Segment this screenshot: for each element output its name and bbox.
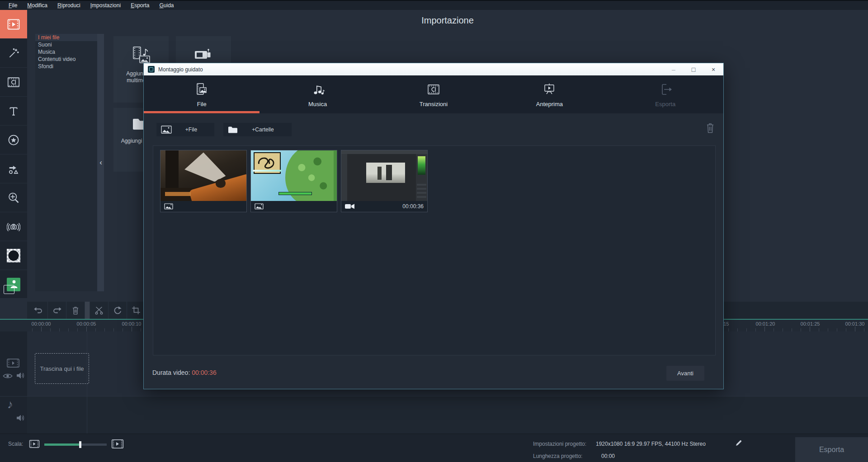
callout-shapes-icon (7, 163, 20, 175)
duration-value: 00:00:36 (192, 369, 217, 376)
video-duration: 00:00:36 (402, 203, 424, 210)
dialog-title-bar[interactable]: Montaggio guidato – □ × (144, 63, 723, 75)
add-folders-button[interactable]: +Cartelle (223, 123, 292, 136)
tab-musica[interactable]: Musica (259, 75, 375, 113)
video-duration-summary: Durata video: 00:00:36 (152, 369, 217, 376)
thumbnail-footer (160, 201, 246, 212)
tab-musica-label: Musica (308, 101, 327, 107)
file-thumbnail[interactable] (250, 150, 337, 212)
tool-stickers[interactable] (0, 126, 27, 154)
add-folders-label: +Cartelle (238, 126, 292, 133)
redo-icon (52, 305, 62, 315)
undo-button[interactable] (29, 302, 48, 319)
thumbnail-footer: 00:00:36 (341, 201, 427, 212)
zoom-out-film-icon[interactable] (29, 439, 40, 448)
tool-overlay-person[interactable] (0, 270, 27, 299)
menu-impostazioni[interactable]: Impostazioni (86, 1, 125, 9)
video-editor-window: File Modifica Riproduci Impostazioni Esp… (0, 0, 868, 462)
crop-button[interactable] (127, 302, 146, 319)
rotate-button[interactable] (108, 302, 127, 319)
dialog-title: Montaggio guidato (158, 66, 203, 73)
collapse-panel-button[interactable]: ‹ (97, 157, 105, 168)
tool-pan-zoom[interactable] (0, 183, 27, 212)
ruler-label: 00:00:10 (117, 321, 146, 327)
tab-anteprima[interactable]: Anteprima (491, 75, 607, 113)
maximize-button[interactable]: □ (684, 63, 703, 75)
remove-file-button[interactable] (705, 122, 715, 134)
rotate-icon (113, 305, 123, 315)
library-item-music[interactable]: Musica (35, 48, 97, 56)
menu-modifica[interactable]: Modifica (23, 1, 52, 9)
tool-filters[interactable] (0, 39, 27, 68)
preview-tab-icon (542, 82, 557, 97)
tab-anteprima-label: Anteprima (536, 101, 563, 107)
video-track-mute-icon[interactable] (16, 371, 25, 380)
menu-bar: File Modifica Riproduci Impostazioni Esp… (0, 0, 868, 10)
track-visibility-eye-icon[interactable] (3, 373, 13, 379)
split-button[interactable] (90, 302, 108, 319)
delete-clip-button[interactable] (66, 302, 85, 319)
tool-capture[interactable] (0, 212, 27, 241)
pan-zoom-icon (7, 191, 20, 204)
menu-guida[interactable]: Guida (156, 1, 178, 9)
tab-file-label: File (197, 101, 207, 107)
transition-icon (7, 77, 20, 88)
tool-video-clips[interactable] (0, 10, 27, 39)
image-type-icon (164, 203, 173, 210)
library-item-sounds[interactable]: Suoni (35, 41, 97, 48)
project-length-label: Lunghezza progetto: (533, 453, 582, 459)
tab-transizioni[interactable]: Transizioni (376, 75, 491, 113)
magic-wand-icon (8, 47, 19, 59)
scale-label: Scala: (8, 441, 23, 447)
chroma-key-icon (7, 249, 20, 262)
menu-esporta[interactable]: Esporta (127, 1, 153, 9)
thumbnail-image (251, 150, 337, 201)
tool-callouts[interactable] (0, 154, 27, 183)
tool-titles[interactable] (0, 97, 27, 126)
next-button[interactable]: Avanti (666, 366, 704, 381)
tab-file[interactable]: File (144, 75, 259, 113)
titles-t-icon (8, 105, 19, 117)
minimize-button[interactable]: – (664, 63, 684, 75)
scale-slider-handle[interactable] (79, 441, 81, 448)
project-length-value: 00:00 (601, 453, 615, 459)
page-title: Importazione (27, 15, 868, 26)
menu-file[interactable]: File (5, 1, 21, 9)
zoom-in-film-icon[interactable] (111, 439, 124, 449)
library-item-video-content[interactable]: Contenuti video (35, 56, 97, 63)
video-camera-icon (193, 47, 213, 62)
scissors-icon (94, 305, 104, 315)
menu-riproduci[interactable]: Riproduci (53, 1, 85, 9)
track-divider (0, 396, 868, 397)
file-thumbnail[interactable]: 00:00:36 (341, 150, 428, 212)
tool-chroma-key[interactable] (0, 241, 27, 270)
audio-track-mute-icon[interactable] (16, 414, 25, 422)
video-track-icon (6, 358, 20, 369)
thumbnail-image (160, 150, 246, 201)
image-type-icon (255, 203, 264, 210)
add-files-label: +File (172, 126, 214, 133)
close-button[interactable]: × (703, 63, 723, 75)
tool-transitions[interactable] (0, 68, 27, 97)
add-files-button[interactable]: +File (156, 123, 214, 136)
folder-icon (228, 126, 238, 134)
audio-track[interactable] (27, 397, 868, 434)
redo-button[interactable] (48, 302, 66, 319)
video-type-icon (345, 203, 355, 210)
scale-slider-fill (44, 443, 80, 446)
library-item-backgrounds[interactable]: Sfondi (35, 63, 97, 70)
crop-icon (131, 305, 141, 315)
trash-icon (705, 122, 715, 134)
scale-slider[interactable] (44, 443, 107, 446)
app-logo-icon (148, 66, 155, 73)
film-play-icon (7, 19, 20, 30)
library-item-my-files[interactable]: I miei file (35, 34, 97, 41)
export-button[interactable]: Esporta (795, 437, 868, 462)
overlay-person-icon (7, 278, 20, 291)
tab-esporta: Esporta (608, 75, 723, 113)
duration-label: Durata video: (152, 369, 190, 376)
edit-settings-pencil-icon[interactable] (735, 439, 742, 447)
status-bar: Scala: Impostazioni progetto: 1920x1080 … (0, 434, 868, 462)
undo-icon (33, 305, 43, 315)
file-thumbnail[interactable] (160, 150, 247, 212)
